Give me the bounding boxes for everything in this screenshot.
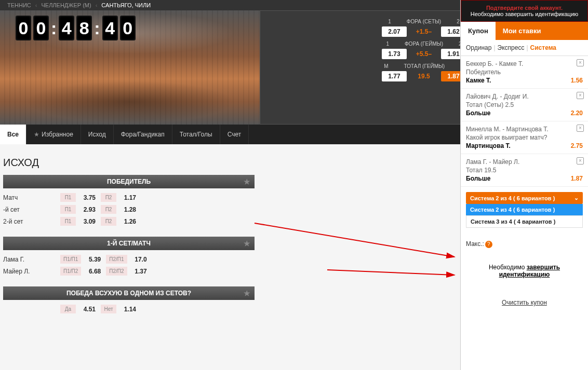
- sep: |: [493, 44, 495, 51]
- pick-label[interactable]: П2: [101, 205, 116, 214]
- group-header[interactable]: ПОБЕДА ВСУХУЮ В ОДНОМ ИЗ СЕТОВ?★: [3, 286, 255, 300]
- star-icon: ★: [34, 131, 39, 138]
- sep: |: [526, 44, 528, 51]
- pick-odd[interactable]: 3.09: [77, 218, 96, 225]
- tab-outcome[interactable]: Исход: [81, 125, 114, 144]
- pick-label[interactable]: П1: [60, 205, 76, 214]
- pick-odd[interactable]: 4.51: [77, 306, 96, 313]
- verify-banner[interactable]: Подтвердите свой аккаунт. Необходимо зав…: [461, 0, 588, 22]
- system-select[interactable]: Система 2 из 4 ( 6 вариантов ) ⌄: [466, 192, 583, 204]
- tab-fav[interactable]: ★Избранное: [26, 125, 81, 144]
- star-icon[interactable]: ★: [244, 289, 250, 297]
- tab-score[interactable]: Счет: [220, 125, 249, 144]
- digit: 4: [59, 16, 74, 40]
- bet-type-tabs: Ординар| Экспресс| Система: [461, 40, 588, 56]
- verify-sub: Необходимо завершить идентификацию: [465, 11, 583, 17]
- pick-odd[interactable]: 2.93: [77, 206, 96, 213]
- group-header[interactable]: ПОБЕДИТЕЛЬ★: [3, 175, 255, 188]
- market-label: Майер Л.: [3, 268, 60, 275]
- chevron-down-icon: ⌄: [574, 195, 579, 201]
- remove-bet-icon[interactable]: ×: [577, 157, 584, 165]
- odd-handicap: +1.5–: [411, 28, 437, 35]
- coupon-tabs: Купон Мои ставки: [461, 22, 588, 40]
- market-row: 2-й сетП13.09П21.26: [3, 215, 255, 227]
- betslip-sidebar: Подтвердите свой аккаунт. Необходимо зав…: [460, 0, 588, 370]
- max-row: Макс.:?: [466, 240, 583, 248]
- odd-btn[interactable]: 1.77: [382, 71, 407, 81]
- remove-bet-icon[interactable]: ×: [577, 92, 584, 99]
- bet-coef: 1.56: [571, 77, 583, 84]
- type-express[interactable]: Экспресс: [498, 44, 525, 51]
- tab-coupon[interactable]: Купон: [461, 22, 496, 40]
- max-label: Макс.:: [466, 240, 484, 248]
- system-option[interactable]: Система 3 из 4 ( 4 вариантов ): [466, 215, 583, 228]
- bet-market: Тотал (Сеты) 2.5: [466, 101, 583, 108]
- match-timer: 0 0 : 4 8 : 4 0: [16, 16, 136, 40]
- h: 1: [388, 19, 391, 24]
- clear-coupon[interactable]: Очистить купон: [466, 299, 583, 306]
- pick-label[interactable]: П2/П1: [106, 255, 127, 264]
- digit: 0: [33, 16, 49, 40]
- star-icon[interactable]: ★: [244, 239, 250, 248]
- market-row: Да4.51Нет1.14: [3, 303, 255, 315]
- group-header[interactable]: 1-Й СЕТ/МАТЧ★: [3, 237, 255, 250]
- section-title: ИСХОД: [3, 157, 255, 169]
- h: 2: [457, 19, 460, 24]
- video-stream[interactable]: 0 0 : 4 8 : 4 0: [0, 10, 260, 125]
- bet-item: × Минелла М. - Мартинцова Т. Какой игрок…: [461, 121, 588, 154]
- bc-tennis[interactable]: ТЕННИС: [7, 2, 31, 8]
- pick-label[interactable]: П1: [60, 193, 76, 202]
- pick-label[interactable]: П1/П1: [60, 255, 81, 264]
- pick-odd[interactable]: 1.37: [128, 268, 147, 275]
- identification-notice: Необходимо завершить идентификацию: [466, 264, 583, 278]
- system-option[interactable]: Система 2 из 4 ( 6 вариантов ): [466, 204, 583, 215]
- tab-handicap[interactable]: Фора/Гандикап: [114, 125, 172, 144]
- market-row: -й сетП12.93П21.28: [3, 203, 255, 215]
- remove-bet-icon[interactable]: ×: [577, 59, 584, 66]
- star-icon[interactable]: ★: [244, 177, 250, 186]
- tab-mybets[interactable]: Мои ставки: [496, 22, 549, 40]
- pick-odd[interactable]: 6.68: [82, 268, 101, 275]
- t: Необходимо: [489, 264, 527, 271]
- help-icon[interactable]: ?: [485, 241, 492, 248]
- market-label: Лама Г.: [3, 256, 60, 263]
- bc-challenger[interactable]: ЧЕЛЛЕНДЖЕР (М): [41, 2, 91, 8]
- pick-label[interactable]: Да: [60, 305, 76, 313]
- digit: 4: [102, 16, 118, 40]
- chevron-left-icon: ‹: [35, 2, 37, 8]
- h: ТОТАЛ (ГЕЙМЫ): [404, 63, 445, 69]
- bet-coef: 2.20: [571, 109, 583, 117]
- bet-match: Беккер Б. - Камке Т.: [466, 60, 583, 67]
- odd-btn[interactable]: 2.07: [382, 26, 407, 37]
- pick-label[interactable]: П1: [60, 217, 76, 226]
- pick-odd[interactable]: 1.26: [117, 218, 136, 225]
- pick-odd[interactable]: 1.14: [117, 306, 136, 313]
- odd-handicap: +5.5–: [411, 50, 437, 58]
- remove-bet-icon[interactable]: ×: [577, 125, 584, 132]
- odd-total: 19.5: [411, 73, 437, 80]
- pick-label[interactable]: П2: [101, 193, 116, 202]
- group-title: 1-Й СЕТ/МАТЧ: [107, 240, 151, 247]
- pick-odd[interactable]: 5.39: [82, 256, 101, 263]
- bc-location[interactable]: САНТЬЯГО, ЧИЛИ: [101, 2, 151, 8]
- group-title: ПОБЕДИТЕЛЬ: [107, 178, 151, 185]
- bet-match: Лама Г. - Майер Л.: [466, 158, 583, 166]
- pick-label[interactable]: П2: [101, 217, 116, 226]
- pick-label[interactable]: П1/П2: [60, 267, 81, 276]
- tab-total[interactable]: Тотал/Голы: [172, 125, 220, 144]
- pick-label[interactable]: П2/П2: [106, 267, 127, 276]
- pick-label[interactable]: Нет: [101, 305, 116, 313]
- system-label: Система 2 из 4 ( 6 вариантов ): [470, 195, 555, 201]
- odd-btn[interactable]: 1.73: [382, 49, 407, 59]
- type-single[interactable]: Ординар: [466, 44, 491, 51]
- pick-odd[interactable]: 17.0: [128, 256, 147, 263]
- markets-content: ИСХОД ПОБЕДИТЕЛЬ★МатчП13.75П21.17-й сетП…: [0, 144, 255, 324]
- market-row: МатчП13.75П21.17: [3, 191, 255, 203]
- pick-odd[interactable]: 1.28: [117, 206, 136, 213]
- chevron-left-icon: ‹: [96, 2, 98, 8]
- tab-all[interactable]: Все: [0, 125, 26, 144]
- pick-odd[interactable]: 3.75: [77, 194, 96, 201]
- bet-item: × Беккер Б. - Камке Т. Победитель Камке …: [461, 56, 588, 89]
- type-system[interactable]: Система: [530, 44, 557, 51]
- pick-odd[interactable]: 1.17: [117, 194, 136, 201]
